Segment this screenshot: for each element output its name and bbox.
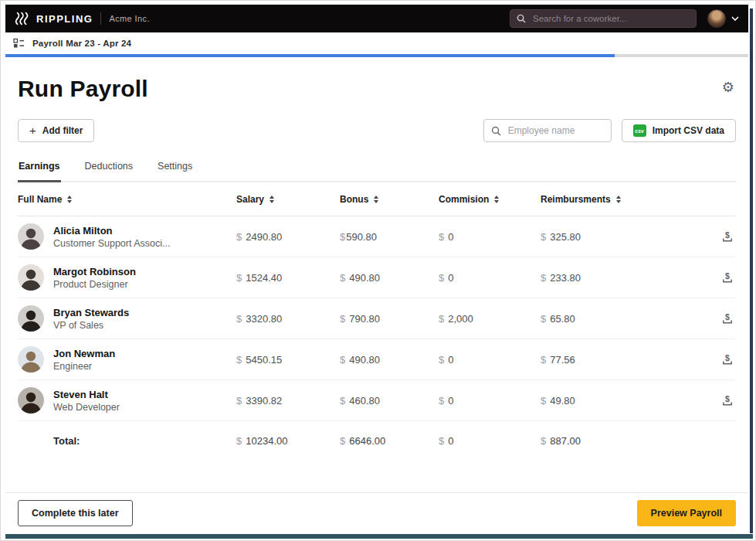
column-header[interactable]: Commision: [439, 194, 541, 205]
column-label: Commision: [439, 194, 489, 205]
app-content: RIPPLING Acme Inc. Payroll Mar 23 - Apr …: [5, 5, 748, 532]
salary-cell: $1524.40: [236, 272, 340, 284]
employee-name: Margot Robinson: [53, 266, 136, 277]
preview-payroll-button[interactable]: Preview Payroll: [637, 500, 736, 526]
employee-name: Jon Newman: [53, 348, 115, 359]
reimbursement-cell: $77.56: [541, 354, 705, 366]
commission-cell: $2,000: [439, 313, 541, 325]
import-csv-label: Import CSV data: [653, 125, 724, 136]
salary-cell: $3390.82: [236, 395, 340, 407]
column-label: Full Name: [18, 194, 62, 205]
add-filter-button[interactable]: + Add filter: [18, 119, 94, 142]
svg-text:$: $: [725, 271, 730, 281]
download-paystub-icon[interactable]: $: [719, 228, 736, 245]
avatar: [18, 264, 44, 291]
reimbursement-cell: $65.80: [541, 313, 705, 325]
employee-search-input[interactable]: [507, 124, 604, 137]
bonus-cell: $590.80: [340, 231, 439, 243]
total-salary: $10234.00: [236, 435, 340, 447]
reimbursement-cell: $49.80: [541, 395, 705, 407]
toolbar-right: csv Import CSV data: [483, 119, 736, 142]
sort-icon: [270, 196, 274, 203]
column-header[interactable]: Bonus: [340, 194, 439, 205]
svg-text:$: $: [725, 353, 730, 362]
coworker-search-box[interactable]: [510, 9, 697, 28]
coworker-search-input[interactable]: [531, 13, 690, 24]
download-paystub-icon[interactable]: $: [719, 310, 736, 327]
tab-earnings[interactable]: Earnings: [18, 161, 61, 181]
employee-title: Engineer: [53, 361, 115, 372]
rippling-waves-icon: [15, 12, 30, 26]
avatar: [18, 223, 44, 250]
bonus-cell: $490.80: [340, 354, 439, 366]
table-row: Alicia Milton Customer Support Associ...…: [18, 216, 736, 257]
sort-icon: [494, 196, 499, 203]
total-bonus: $6646.00: [340, 435, 439, 447]
plus-icon: +: [29, 124, 36, 136]
page-title: Run Payroll: [18, 76, 736, 102]
rippling-logo[interactable]: RIPPLING: [15, 12, 93, 26]
employee-name: Steven Halt: [53, 389, 120, 400]
svg-text:$: $: [725, 230, 730, 240]
employee-cell: Bryan Stewards VP of Sales: [18, 305, 236, 332]
company-name: Acme Inc.: [109, 14, 150, 23]
user-avatar: [707, 9, 726, 28]
tab-bar: EarningsDeductionsSettings: [18, 161, 736, 182]
payroll-list-icon: [13, 38, 25, 49]
app-window: RIPPLING Acme Inc. Payroll Mar 23 - Apr …: [0, 0, 756, 541]
column-header[interactable]: Full Name: [18, 194, 236, 205]
svg-text:$: $: [725, 312, 730, 322]
main-content: Run Payroll ⚙ + Add filter csv Import CS…: [5, 57, 748, 492]
search-icon: [491, 126, 501, 136]
employee-title: Web Developer: [53, 402, 120, 413]
sort-icon: [616, 196, 621, 203]
sort-icon: [374, 196, 378, 203]
top-navigation-bar: RIPPLING Acme Inc.: [5, 5, 748, 32]
reimbursement-cell: $233.80: [541, 272, 705, 284]
tab-deductions[interactable]: Deductions: [84, 161, 134, 181]
employee-cell: Alicia Milton Customer Support Associ...: [18, 223, 236, 250]
commission-cell: $0: [439, 354, 541, 366]
download-paystub-icon[interactable]: $: [719, 269, 736, 286]
reimbursement-cell: $325.80: [541, 231, 705, 243]
tab-settings[interactable]: Settings: [157, 161, 193, 181]
sort-icon: [67, 196, 72, 203]
column-label: Reimbursments: [541, 194, 611, 205]
table-row: Steven Halt Web Developer $3390.82 $460.…: [18, 380, 736, 421]
employee-name: Bryan Stewards: [53, 307, 129, 318]
employee-cell: Jon Newman Engineer: [18, 346, 236, 373]
add-filter-label: Add filter: [42, 125, 83, 136]
employee-search-box[interactable]: [483, 119, 612, 142]
total-commission: $0: [439, 435, 541, 447]
toolbar: + Add filter csv Import CSV data: [18, 119, 736, 142]
complete-later-button[interactable]: Complete this later: [18, 500, 133, 526]
salary-cell: $5450.15: [236, 354, 340, 366]
table-row: Jon Newman Engineer $5450.15 $490.80 $0 …: [18, 339, 736, 380]
svg-text:$: $: [725, 394, 730, 403]
salary-cell: $2490.80: [236, 231, 340, 243]
commission-cell: $0: [439, 272, 541, 284]
column-header[interactable]: Reimbursments: [541, 194, 705, 205]
settings-gear-icon[interactable]: ⚙: [720, 79, 736, 96]
column-header[interactable]: Salary: [236, 194, 340, 205]
commission-cell: $0: [439, 395, 541, 407]
user-menu[interactable]: [707, 9, 739, 28]
salary-cell: $3320.80: [236, 313, 340, 325]
table-header-row: Full Name Salary Bonus Commision Reimbur…: [18, 182, 736, 216]
avatar: [18, 346, 44, 373]
download-paystub-icon[interactable]: $: [719, 351, 736, 368]
commission-cell: $0: [439, 231, 541, 243]
bonus-cell: $790.80: [340, 313, 439, 325]
bonus-cell: $490.80: [340, 272, 439, 284]
download-paystub-icon[interactable]: $: [719, 392, 736, 409]
footer-bar: Complete this later Preview Payroll: [5, 492, 748, 532]
column-label: Bonus: [340, 194, 368, 205]
column-label: Salary: [236, 194, 264, 205]
breadcrumb: Payroll Mar 23 - Apr 24: [5, 32, 748, 54]
bonus-cell: $460.80: [340, 395, 439, 407]
employee-title: Product Designer: [53, 279, 136, 290]
table-body: Alicia Milton Customer Support Associ...…: [18, 216, 736, 421]
search-icon: [517, 14, 526, 23]
payroll-period-label: Payroll Mar 23 - Apr 24: [32, 39, 131, 48]
import-csv-button[interactable]: csv Import CSV data: [622, 119, 736, 142]
